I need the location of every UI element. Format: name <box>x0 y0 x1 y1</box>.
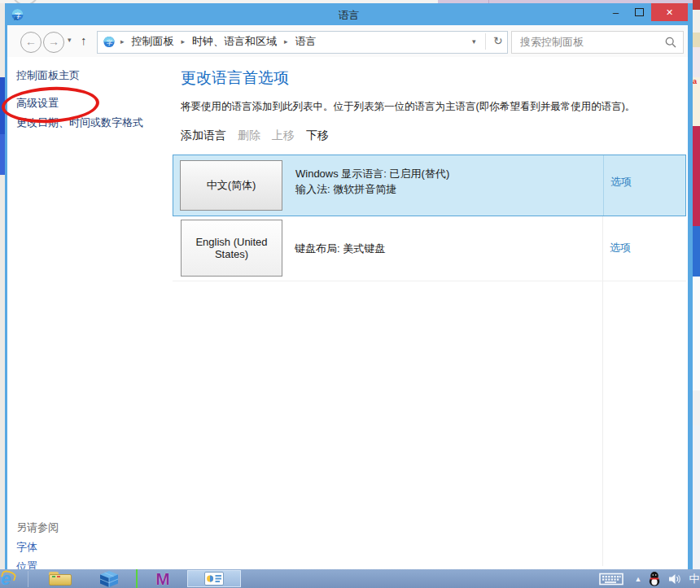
background-letter-fragment: a <box>693 77 700 126</box>
search-icon[interactable] <box>665 37 676 51</box>
folder-icon <box>49 572 72 586</box>
taskbar-ie-icon[interactable]: e <box>0 569 16 588</box>
language-row-english[interactable]: English (United States) 键盘布局: 美式键盘 选项 <box>173 216 686 281</box>
row-divider <box>602 216 603 281</box>
show-hidden-icons-chevron[interactable]: ▲ <box>632 569 645 588</box>
language-badge[interactable]: 中文(简体) <box>180 160 282 211</box>
minimize-button[interactable]: – <box>604 3 628 21</box>
breadcrumb-separator-icon: ▸ <box>284 37 288 46</box>
page-title: 更改语言首选项 <box>181 68 289 89</box>
breadcrumb-separator-icon: ▸ <box>182 37 186 46</box>
taskbar-cube-app-icon[interactable] <box>95 569 123 588</box>
page-description: 将要使用的语言添加到此列表中。位于列表第一位的语言为主语言(即你希望看到并最常使… <box>181 100 635 114</box>
taskbar-separator <box>27 569 28 588</box>
breadcrumb-separator-icon: ▸ <box>120 37 125 46</box>
forward-button[interactable]: → <box>43 32 64 53</box>
breadcrumb: ▸ 控制面板 ▸ 时钟、语言和区域 ▸ 语言 <box>120 32 317 51</box>
close-button[interactable]: ✕ <box>651 3 688 21</box>
breadcrumb-item-clock-language-region[interactable]: 时钟、语言和区域 <box>192 34 277 49</box>
taskbar-m-app-icon[interactable]: M <box>149 569 177 588</box>
options-link[interactable]: 选项 <box>610 175 632 189</box>
ime-language-indicator[interactable]: 中 <box>686 569 700 588</box>
maximize-icon <box>635 8 644 16</box>
sidebar-item-fonts[interactable]: 字体 <box>16 540 37 555</box>
window-title: 语言 <box>5 8 693 23</box>
svg-text:字: 字 <box>107 39 113 46</box>
sidebar-item-control-panel-home[interactable]: 控制面板主页 <box>16 68 80 83</box>
qq-tray-icon[interactable] <box>646 569 663 588</box>
language-breadcrumb-icon: 字 <box>103 35 116 51</box>
background-fragment <box>693 226 700 277</box>
language-badge[interactable]: English (United States) <box>181 220 282 277</box>
maximize-button[interactable] <box>628 3 651 21</box>
options-column-divider <box>602 281 603 566</box>
taskbar: e M <box>0 569 700 588</box>
title-bar[interactable]: 字 A 语言 – ✕ <box>5 3 693 25</box>
taskbar-control-panel-button-active[interactable] <box>187 570 241 587</box>
language-details: Windows 显示语言: 已启用(替代) 输入法: 微软拼音简捷 <box>295 166 449 197</box>
breadcrumb-item-language[interactable]: 语言 <box>295 34 317 49</box>
search-input[interactable] <box>512 32 665 51</box>
up-button[interactable]: ↑ <box>81 33 87 47</box>
search-box <box>511 31 684 54</box>
caption-buttons: – ✕ <box>604 3 688 21</box>
refresh-icon[interactable]: ↻ <box>493 34 503 47</box>
window-content: 控制面板主页 高级设置 更改日期、时间或数字格式 另请参阅 字体 位置 更改语言… <box>7 57 688 588</box>
navigation-bar: ← → ▾ ↑ 字 ▸ 控制面板 ▸ 时钟、语言和区域 ▸ <box>7 25 688 57</box>
language-details: 键盘布局: 美式键盘 <box>295 241 385 256</box>
taskbar-file-explorer-icon[interactable] <box>47 569 73 588</box>
desktop-right-fragment: a <box>693 0 700 588</box>
language-list-toolbar: 添加语言 删除 上移 下移 <box>181 128 329 143</box>
penguin-icon <box>648 571 661 586</box>
background-fragment <box>693 33 700 47</box>
touch-keyboard-icon[interactable] <box>597 569 626 588</box>
cube-icon <box>99 570 119 588</box>
see-also-header: 另请参阅 <box>16 520 59 535</box>
background-close-fragment <box>693 0 700 10</box>
recent-pages-dropdown-icon[interactable]: ▾ <box>68 36 72 44</box>
screen: a 字 A 语言 – ✕ ← → <box>0 0 700 588</box>
background-fragment <box>693 10 700 33</box>
volume-icon[interactable] <box>667 569 683 588</box>
background-fragment <box>693 277 700 390</box>
move-down-button[interactable]: 下移 <box>306 128 329 143</box>
remove-button[interactable]: 删除 <box>238 128 260 143</box>
control-panel-window: 字 A 语言 – ✕ ← → ▾ ↑ 字 <box>5 3 693 588</box>
breadcrumb-item-control-panel[interactable]: 控制面板 <box>132 34 174 49</box>
back-button[interactable]: ← <box>20 32 42 53</box>
taskbar-green-indicator <box>136 569 138 588</box>
background-fragment <box>693 47 700 77</box>
background-fragment <box>693 126 700 226</box>
address-bar[interactable]: 字 ▸ 控制面板 ▸ 时钟、语言和区域 ▸ 语言 ▾ ↻ <box>97 31 508 54</box>
address-divider <box>485 33 486 50</box>
background-fragment <box>693 390 700 425</box>
options-link[interactable]: 选项 <box>610 241 631 255</box>
add-language-button[interactable]: 添加语言 <box>181 128 226 143</box>
address-dropdown-icon[interactable]: ▾ <box>472 37 476 46</box>
language-row-chinese-selected[interactable]: 中文(简体) Windows 显示语言: 已启用(替代) 输入法: 微软拼音简捷… <box>173 155 686 216</box>
move-up-button[interactable]: 上移 <box>272 128 295 143</box>
control-panel-icon <box>204 572 224 586</box>
row-divider <box>603 155 604 216</box>
